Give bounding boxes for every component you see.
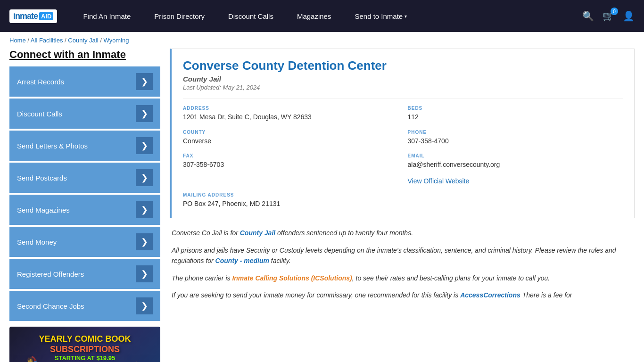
sidebar-second-chance-jobs[interactable]: Second Chance Jobs ❯: [9, 291, 160, 321]
cart-badge: 0: [611, 8, 618, 15]
address-label: ADDRESS: [183, 106, 398, 111]
desc-county-medium-link[interactable]: County - medium: [215, 257, 269, 264]
info-beds: BEDS 112: [408, 106, 623, 122]
sidebar-send-money[interactable]: Send Money ❯: [9, 227, 160, 257]
arrow-icon: ❯: [136, 73, 153, 90]
desc-p3: The phone carrier is Inmate Calling Solu…: [172, 273, 633, 283]
main-nav: inmate AID Find An Inmate Prison Directo…: [0, 0, 644, 32]
sidebar-registered-offenders[interactable]: Registered Offenders ❯: [9, 259, 160, 289]
arrow-icon: ❯: [136, 105, 153, 122]
email-value: ala@sheriff.conversecounty.org: [408, 160, 623, 170]
phone-value: 307-358-4700: [408, 137, 623, 146]
desc-p1: Converse Co Jail is for County Jail offe…: [172, 228, 633, 238]
search-icon[interactable]: 🔍: [582, 10, 594, 22]
fax-label: FAX: [183, 153, 398, 158]
desc-access-corrections-link[interactable]: AccessCorrections: [460, 291, 520, 299]
facility-updated: Last Updated: May 21, 2024: [183, 84, 623, 91]
chevron-down-icon: ▾: [405, 14, 407, 19]
email-label: EMAIL: [408, 153, 623, 158]
facility-type: County Jail: [183, 75, 623, 83]
sidebar-send-magazines[interactable]: Send Magazines ❯: [9, 195, 160, 225]
breadcrumb-wyoming[interactable]: Wyoming: [103, 37, 129, 44]
nav-discount-calls[interactable]: Discount Calls: [216, 0, 285, 32]
logo[interactable]: inmate AID: [9, 9, 57, 23]
ad-title: YEARLY COMIC BOOK SUBSCRIPTIONS: [39, 334, 131, 354]
arrow-icon: ❯: [136, 233, 153, 250]
desc-county-jail-link[interactable]: County Jail: [240, 229, 275, 237]
nav-find-inmate[interactable]: Find An Inmate: [71, 0, 142, 32]
sidebar-send-postcards[interactable]: Send Postcards ❯: [9, 163, 160, 193]
facility-name: Converse County Detention Center: [183, 58, 623, 73]
facility-info-grid: ADDRESS 1201 Mesa Dr, Suite C, Douglas, …: [183, 99, 623, 208]
facility-card: Converse County Detention Center County …: [170, 49, 635, 218]
user-icon[interactable]: 👤: [623, 10, 635, 22]
arrow-icon: ❯: [136, 137, 153, 154]
nav-icons: 🔍 🛒 0 👤: [582, 10, 635, 22]
breadcrumb-all-facilities[interactable]: All Facilities: [31, 37, 63, 44]
ad-banner[interactable]: 🦸 🦇 YEARLY COMIC BOOK SUBSCRIPTIONS STAR…: [9, 327, 160, 362]
main-content: Converse County Detention Center County …: [170, 49, 635, 362]
facility-description: Converse Co Jail is for County Jail offe…: [170, 228, 635, 300]
sidebar-send-letters[interactable]: Send Letters & Photos ❯: [9, 131, 160, 161]
info-address: ADDRESS 1201 Mesa Dr, Suite C, Douglas, …: [183, 106, 398, 122]
logo-aid: AID: [39, 12, 53, 20]
info-phone: PHONE 307-358-4700: [408, 130, 623, 146]
nav-magazines[interactable]: Magazines: [285, 0, 343, 32]
desc-ics-link[interactable]: Inmate Calling Solutions (ICSolutions): [232, 274, 352, 282]
sidebar-arrest-records[interactable]: Arrest Records ❯: [9, 66, 160, 97]
nav-prison-directory[interactable]: Prison Directory: [142, 0, 216, 32]
arrow-icon: ❯: [136, 297, 153, 314]
sidebar-title: Connect with an Inmate: [9, 49, 160, 61]
mailing-value: PO Box 247, Phoenix, MD 21131: [183, 199, 398, 209]
arrow-icon: ❯: [136, 169, 153, 186]
county-label: COUNTY: [183, 130, 398, 135]
info-email: EMAIL ala@sheriff.conversecounty.org Vie…: [408, 153, 623, 185]
sidebar-discount-calls[interactable]: Discount Calls ❯: [9, 99, 160, 129]
info-fax: FAX 307-358-6703: [183, 153, 398, 185]
logo-text: inmate: [13, 11, 38, 21]
sidebar: Connect with an Inmate Arrest Records ❯ …: [9, 49, 160, 362]
nav-links: Find An Inmate Prison Directory Discount…: [71, 0, 582, 32]
cart-icon[interactable]: 🛒 0: [603, 10, 614, 22]
breadcrumb-county-jail[interactable]: County Jail: [68, 37, 98, 44]
beds-value: 112: [408, 113, 623, 122]
breadcrumb: Home / All Facilities / County Jail / Wy…: [0, 32, 644, 49]
main-container: Connect with an Inmate Arrest Records ❯ …: [0, 49, 644, 362]
breadcrumb-home[interactable]: Home: [9, 37, 26, 44]
phone-label: PHONE: [408, 130, 623, 135]
mailing-label: MAILING ADDRESS: [183, 192, 398, 197]
desc-p4: If you are seeking to send your inmate m…: [172, 290, 633, 300]
address-value: 1201 Mesa Dr, Suite C, Douglas, WY 82633: [183, 113, 398, 122]
info-mailing: MAILING ADDRESS PO Box 247, Phoenix, MD …: [183, 192, 398, 209]
arrow-icon: ❯: [136, 265, 153, 282]
desc-p2: All prisons and jails have Security or C…: [172, 245, 633, 266]
website-link[interactable]: View Official Website: [408, 177, 470, 185]
county-value: Converse: [183, 137, 398, 146]
arrow-icon: ❯: [136, 201, 153, 218]
ad-price: STARTING AT $19.95: [55, 354, 115, 362]
beds-label: BEDS: [408, 106, 623, 111]
info-county: COUNTY Converse: [183, 130, 398, 146]
nav-send-to-inmate[interactable]: Send to Inmate ▾: [343, 0, 419, 32]
fax-value: 307-358-6703: [183, 160, 398, 170]
